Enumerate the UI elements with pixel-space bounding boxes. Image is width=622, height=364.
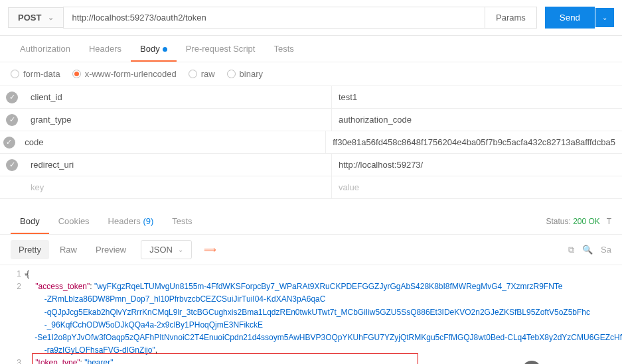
table-row[interactable]: ✓codeff30e81a56fd458c8648f1756204e4ba05f… bbox=[0, 131, 622, 154]
tab-body[interactable]: Body bbox=[131, 36, 177, 62]
radio-icon bbox=[72, 70, 81, 78]
radio-formdata[interactable]: form-data bbox=[11, 69, 60, 79]
format-select[interactable]: JSON⌄ bbox=[141, 240, 192, 259]
param-value[interactable]: authorization_code bbox=[332, 109, 622, 131]
save-text[interactable]: Sa bbox=[601, 245, 611, 255]
param-value[interactable]: ff30e81a56fd458c8648f1756204e4ba05f7b9c5… bbox=[326, 131, 622, 153]
status-area: Status: 200 OK T bbox=[546, 217, 611, 226]
fold-icon[interactable]: ▾ bbox=[25, 270, 28, 279]
check-icon[interactable]: ✓ bbox=[3, 137, 15, 149]
radio-icon bbox=[11, 70, 19, 78]
check-icon[interactable]: ✓ bbox=[6, 91, 18, 103]
param-key[interactable]: grant_type bbox=[24, 109, 332, 131]
radio-xwww[interactable]: x-www-form-urlencoded bbox=[72, 69, 177, 79]
dot-indicator bbox=[163, 47, 167, 52]
request-bar: POST ⌄ http://localhost:59273/oauth2/tok… bbox=[0, 0, 622, 36]
resp-tab-tests[interactable]: Tests bbox=[163, 208, 201, 234]
view-bar: Pretty Raw Preview JSON⌄ ⟹ ⧉ 🔍 Sa bbox=[0, 235, 622, 265]
param-value[interactable]: test1 bbox=[332, 86, 622, 108]
view-preview[interactable]: Preview bbox=[88, 240, 134, 259]
watermark: ✆ dotNET跨平台 bbox=[522, 361, 614, 364]
tab-authorization[interactable]: Authorization bbox=[11, 36, 80, 62]
request-tabs: Authorization Headers Body Pre-request S… bbox=[0, 36, 622, 62]
editor-actions: ⧉ 🔍 Sa bbox=[568, 245, 611, 255]
param-key-placeholder[interactable]: key bbox=[24, 176, 332, 198]
search-icon[interactable]: 🔍 bbox=[582, 245, 593, 255]
param-value-placeholder[interactable]: value bbox=[332, 176, 622, 198]
param-key[interactable]: redirect_uri bbox=[24, 154, 332, 176]
view-pretty[interactable]: Pretty bbox=[11, 240, 49, 259]
table-row[interactable]: ✓redirect_urihttp://localhost:59273/ bbox=[0, 154, 622, 176]
tab-prerequest[interactable]: Pre-request Script bbox=[177, 36, 265, 62]
tab-headers[interactable]: Headers bbox=[80, 36, 131, 62]
chevron-down-icon: ⌄ bbox=[48, 13, 54, 22]
check-icon[interactable]: ✓ bbox=[6, 159, 18, 171]
chevron-down-icon: ⌄ bbox=[178, 246, 183, 253]
table-row[interactable]: ✓client_idtest1 bbox=[0, 86, 622, 109]
copy-icon[interactable]: ⧉ bbox=[568, 245, 574, 255]
param-key[interactable]: code bbox=[18, 131, 326, 153]
params-button[interactable]: Params bbox=[485, 7, 537, 29]
radio-icon bbox=[227, 70, 236, 78]
tab-tests[interactable]: Tests bbox=[264, 36, 303, 62]
wechat-icon: ✆ bbox=[522, 361, 541, 364]
status-code: 200 OK bbox=[573, 217, 600, 226]
send-dropdown[interactable]: ⌄ bbox=[595, 8, 614, 27]
view-raw[interactable]: Raw bbox=[52, 240, 85, 259]
method-select[interactable]: POST ⌄ bbox=[8, 7, 63, 28]
response-tabs: Body Cookies Headers (9) Tests Status: 2… bbox=[0, 208, 622, 235]
resp-tab-headers[interactable]: Headers (9) bbox=[99, 208, 163, 234]
resp-tab-body[interactable]: Body bbox=[11, 208, 49, 234]
method-label: POST bbox=[18, 13, 41, 23]
send-button[interactable]: Send bbox=[545, 7, 595, 29]
params-table: ✓client_idtest1 ✓grant_typeauthorization… bbox=[0, 86, 622, 199]
check-icon[interactable]: ✓ bbox=[6, 114, 18, 126]
body-type-row: form-data x-www-form-urlencoded raw bina… bbox=[0, 62, 622, 86]
param-value[interactable]: http://localhost:59273/ bbox=[332, 154, 622, 176]
wrap-icon[interactable]: ⟹ bbox=[200, 241, 220, 259]
radio-binary[interactable]: binary bbox=[227, 69, 263, 79]
radio-icon bbox=[189, 70, 197, 78]
resp-tab-cookies[interactable]: Cookies bbox=[49, 208, 99, 234]
response-editor[interactable]: 1▾{ 2 "access_token": "wyFKgzRqeLTUMvgUn… bbox=[0, 265, 622, 364]
url-input[interactable]: http://localhost:59273/oauth2/token bbox=[63, 7, 485, 29]
table-row-empty[interactable]: keyvalue bbox=[0, 176, 622, 199]
table-row[interactable]: ✓grant_typeauthorization_code bbox=[0, 109, 622, 131]
param-key[interactable]: client_id bbox=[24, 86, 332, 108]
radio-raw[interactable]: raw bbox=[189, 69, 215, 79]
